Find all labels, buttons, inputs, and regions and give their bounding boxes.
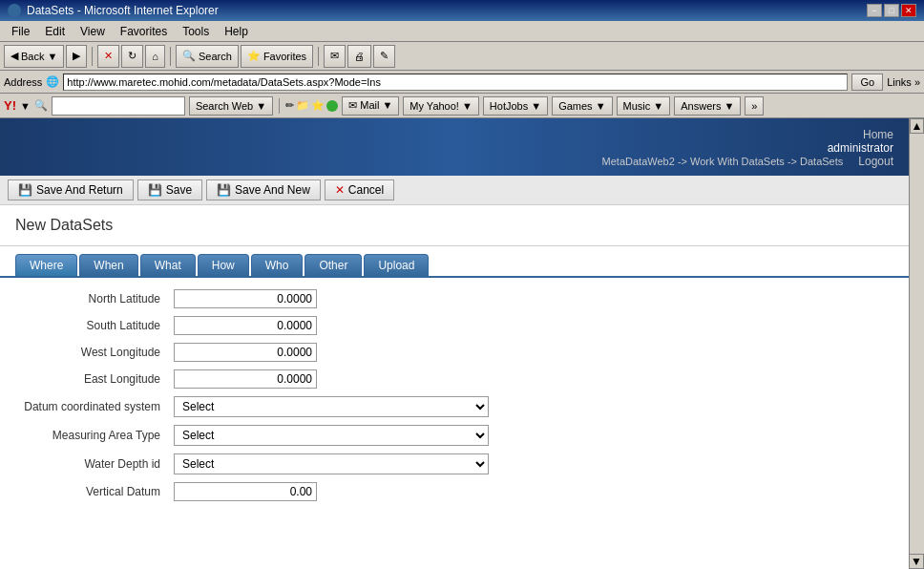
page-header: Home administrator MetaDataWeb2 -> Work …: [0, 118, 909, 176]
address-input[interactable]: [63, 74, 848, 91]
home-button[interactable]: ⌂: [145, 45, 165, 68]
refresh-button[interactable]: ↻: [121, 45, 143, 68]
more-button[interactable]: »: [745, 96, 764, 116]
mail-yahoo-button[interactable]: ✉ Mail ▼: [342, 96, 399, 116]
save-and-new-button[interactable]: 💾 Save And New: [206, 179, 321, 200]
toolbar-sep-3: [318, 47, 319, 66]
west-longitude-input[interactable]: [174, 343, 317, 362]
tabs-area: Where When What How Who Other Up: [0, 250, 909, 278]
north-latitude-input[interactable]: [174, 289, 317, 308]
logout-link[interactable]: Logout: [858, 155, 893, 168]
forward-icon: ▶: [73, 50, 80, 62]
toolbar-sep-2: [170, 47, 171, 66]
back-button[interactable]: ◀ Back ▼: [4, 45, 64, 68]
menu-bar: File Edit View Favorites Tools Help: [0, 21, 924, 42]
print-icon: 🖨: [354, 51, 365, 62]
minimize-button[interactable]: −: [867, 4, 882, 17]
star-icon: ⭐: [311, 99, 325, 112]
home-icon: ⌂: [152, 51, 158, 62]
save-label: Save: [166, 183, 192, 197]
water-depth-label: Water Depth id: [15, 450, 168, 478]
tab-when[interactable]: When: [79, 254, 137, 276]
yahoo-dropdown-icon[interactable]: ▼: [20, 100, 31, 112]
green-circle-icon: [326, 100, 338, 112]
water-depth-select[interactable]: Select: [174, 453, 489, 474]
menu-favorites[interactable]: Favorites: [113, 23, 175, 40]
forward-button[interactable]: ▶: [66, 45, 87, 68]
tab-what[interactable]: What: [140, 254, 196, 276]
edit-button[interactable]: ✎: [373, 45, 395, 68]
save-and-return-label: Save And Return: [36, 183, 123, 197]
measuring-area-label: Measuring Area Type: [15, 421, 168, 450]
title-bar-left: DataSets - Microsoft Internet Explorer: [8, 4, 219, 17]
print-button[interactable]: 🖨: [347, 45, 371, 68]
menu-file[interactable]: File: [4, 23, 37, 40]
menu-view[interactable]: View: [73, 23, 113, 40]
links-label: Links »: [887, 76, 920, 88]
edit-icon: ✎: [380, 50, 388, 62]
cancel-label: Cancel: [348, 183, 384, 197]
north-latitude-label: North Latitude: [15, 285, 168, 312]
window-controls: − □ ✕: [867, 4, 916, 17]
datum-label: Datum coordinated system: [15, 392, 168, 421]
yahoo-bar: Y! ▼ 🔍 Search Web ▼ ✏ 📁 ⭐ ✉ Mail ▼ My Ya…: [0, 94, 924, 118]
toolbar-sep-1: [92, 47, 93, 66]
hotjobs-button[interactable]: HotJobs ▼: [483, 96, 548, 116]
tab-upload-label: Upload: [378, 259, 414, 272]
menu-tools[interactable]: Tools: [175, 23, 217, 40]
yahoo-bar-sep-1: [279, 98, 280, 114]
menu-help[interactable]: Help: [217, 23, 256, 40]
mail-button[interactable]: ✉: [324, 45, 346, 68]
home-link[interactable]: Home: [863, 128, 893, 141]
favorites-label: Favorites: [263, 51, 306, 62]
stop-button[interactable]: ✕: [97, 45, 119, 68]
cancel-button[interactable]: ✕ Cancel: [325, 179, 394, 200]
tab-who[interactable]: Who: [251, 254, 304, 276]
tab-when-label: When: [94, 259, 123, 272]
east-longitude-label: East Longitude: [15, 366, 168, 392]
scrollbar-area[interactable]: ▲ ▼: [909, 118, 924, 569]
games-button[interactable]: Games ▼: [552, 96, 612, 116]
east-longitude-input[interactable]: [174, 369, 317, 389]
menu-edit[interactable]: Edit: [37, 23, 73, 40]
tabs-row: Where When What How Who Other Up: [15, 254, 893, 276]
refresh-icon: ↻: [128, 50, 136, 62]
folder-icon: 📁: [296, 99, 309, 112]
save-button[interactable]: 💾 Save: [137, 179, 202, 200]
music-button[interactable]: Music ▼: [617, 96, 671, 116]
tab-who-label: Who: [265, 259, 289, 272]
tab-upload[interactable]: Upload: [364, 254, 429, 276]
tab-other-label: Other: [319, 259, 347, 272]
scroll-down-button[interactable]: ▼: [909, 554, 924, 569]
stop-icon: ✕: [104, 50, 113, 62]
page-title-area: New DataSets: [0, 205, 909, 242]
action-bar: 💾 Save And Return 💾 Save 💾 Save And New …: [0, 176, 909, 205]
form-row-vertical-datum: Vertical Datum: [15, 478, 893, 505]
south-latitude-input[interactable]: [174, 316, 317, 335]
form-row-west-longitude: West Longitude: [15, 339, 893, 366]
scroll-up-button[interactable]: ▲: [910, 118, 924, 134]
datum-select[interactable]: Select: [174, 396, 489, 417]
user-label: administrator: [828, 141, 893, 155]
save-and-new-label: Save And New: [235, 183, 310, 197]
search-button[interactable]: 🔍 Search: [176, 45, 239, 68]
answers-button[interactable]: Answers ▼: [674, 96, 741, 116]
address-bar: Address 🌐 Go Links »: [0, 71, 924, 94]
vertical-datum-input[interactable]: [174, 482, 317, 501]
yahoo-search-input[interactable]: [52, 96, 185, 116]
tab-how[interactable]: How: [198, 254, 249, 276]
tab-other[interactable]: Other: [304, 254, 362, 276]
form-row-measuring-area: Measuring Area Type Select: [15, 421, 893, 450]
search-web-button[interactable]: Search Web ▼: [189, 96, 273, 116]
favorites-button[interactable]: ⭐ Favorites: [241, 45, 313, 68]
restore-button[interactable]: □: [884, 4, 899, 17]
tab-where[interactable]: Where: [15, 254, 77, 276]
back-icon: ◀: [10, 50, 18, 62]
go-button[interactable]: Go: [851, 74, 883, 91]
measuring-area-select[interactable]: Select: [174, 425, 489, 446]
close-button[interactable]: ✕: [901, 4, 916, 17]
form-row-south-latitude: South Latitude: [15, 312, 893, 339]
back-label: Back: [21, 51, 44, 62]
save-and-return-button[interactable]: 💾 Save And Return: [8, 179, 134, 200]
my-yahoo-button[interactable]: My Yahoo! ▼: [403, 96, 479, 116]
